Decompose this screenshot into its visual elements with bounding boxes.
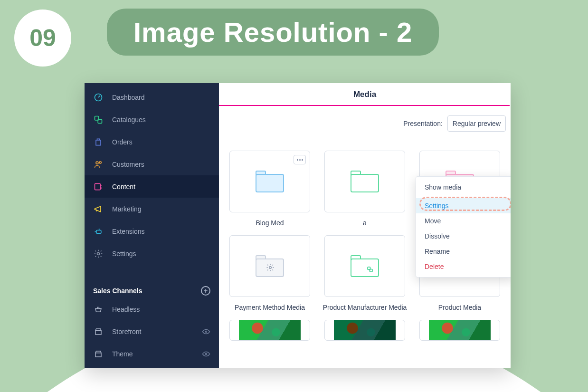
- sidebar-item-label: Content: [112, 183, 135, 191]
- sales-channels-header: Sales Channels +: [85, 284, 219, 298]
- folder-icon: [351, 171, 379, 192]
- presentation-select[interactable]: Regular preview: [447, 115, 506, 132]
- svg-point-11: [269, 267, 272, 269]
- sidebar-item-extensions[interactable]: Extensions: [85, 220, 219, 242]
- channel-label: Theme: [112, 350, 133, 358]
- thumbnail-image: [239, 320, 301, 341]
- folder-icon: [351, 255, 379, 277]
- slide-title: Image Resolution - 2: [133, 17, 412, 48]
- presentation-label: Presentation:: [403, 120, 443, 127]
- customers-icon: [93, 159, 104, 170]
- sidebar-item-label: Catalogues: [112, 116, 146, 124]
- context-menu: Show media Settings Move Dissolve Rename…: [416, 176, 511, 277]
- svg-point-7: [97, 252, 100, 255]
- presentation-value: Regular preview: [453, 120, 501, 127]
- sidebar-item-label: Customers: [112, 161, 144, 168]
- thumbnail-image: [429, 320, 491, 341]
- svg-point-9: [206, 353, 207, 354]
- svg-rect-5: [95, 183, 101, 190]
- svg-point-8: [206, 331, 207, 332]
- folder-label: Blog Med: [256, 219, 284, 227]
- sidebar: Dashboard Catalogues Orders Customers Co…: [85, 83, 219, 368]
- sidebar-item-label: Settings: [112, 250, 136, 258]
- menu-item-dissolve[interactable]: Dissolve: [416, 229, 511, 244]
- channel-theme[interactable]: Theme: [85, 343, 219, 365]
- catalogue-icon: [93, 115, 104, 125]
- folder-card[interactable]: Product Manufacturer Media: [324, 235, 405, 311]
- svg-point-3: [96, 162, 98, 164]
- orders-icon: [93, 137, 104, 147]
- app-window: Dashboard Catalogues Orders Customers Co…: [85, 83, 511, 368]
- menu-item-show-media[interactable]: Show media: [416, 180, 511, 196]
- gear-icon: [266, 263, 273, 268]
- gear-icon: [93, 249, 104, 259]
- sidebar-item-marketing[interactable]: Marketing: [85, 198, 219, 220]
- add-channel-button[interactable]: +: [201, 286, 210, 296]
- main-panel: Media Presentation: Regular preview Blog…: [219, 83, 511, 368]
- folder-label: Payment Method Media: [235, 304, 305, 311]
- sidebar-item-label: Orders: [112, 138, 133, 146]
- sidebar-item-customers[interactable]: Customers: [85, 153, 219, 175]
- slide-title-pill: Image Resolution - 2: [107, 9, 439, 56]
- sidebar-item-dashboard[interactable]: Dashboard: [85, 86, 219, 108]
- page-title: Media: [219, 83, 511, 105]
- channel-storefront[interactable]: Storefront: [85, 320, 219, 343]
- svg-rect-6: [96, 230, 101, 233]
- sidebar-item-label: Dashboard: [112, 94, 145, 101]
- channel-label: Storefront: [112, 328, 141, 335]
- folder-card[interactable]: a: [324, 151, 405, 227]
- menu-item-settings[interactable]: Settings: [416, 198, 511, 213]
- slide-number-badge: 09: [14, 10, 71, 67]
- slide-number: 09: [29, 24, 56, 52]
- toolbar: Presentation: Regular preview: [219, 106, 511, 132]
- eye-icon: [202, 328, 210, 335]
- sales-channels-label: Sales Channels: [93, 287, 142, 295]
- sidebar-item-settings[interactable]: Settings: [85, 242, 219, 265]
- svg-point-4: [99, 161, 101, 163]
- folder-label: Product Manufacturer Media: [323, 304, 407, 311]
- folder-card[interactable]: Blog Med: [229, 151, 310, 227]
- basket-icon: [93, 304, 104, 315]
- folder-label: Product Media: [438, 304, 481, 311]
- store-icon: [93, 326, 104, 337]
- store-icon: [93, 349, 104, 359]
- more-button[interactable]: [294, 155, 306, 164]
- sidebar-item-content[interactable]: Content: [85, 175, 219, 198]
- sidebar-item-label: Extensions: [112, 228, 144, 235]
- catalogue-icon: [367, 267, 373, 271]
- extensions-icon: [93, 226, 104, 237]
- media-card[interactable]: [229, 320, 310, 341]
- content-icon: [93, 182, 104, 192]
- folder-icon: [256, 171, 284, 192]
- gauge-icon: [93, 92, 104, 103]
- eye-icon: [202, 351, 210, 357]
- marketing-icon: [93, 204, 104, 214]
- sidebar-item-catalogues[interactable]: Catalogues: [85, 108, 219, 131]
- folder-label: a: [363, 219, 367, 227]
- folder-card[interactable]: Payment Method Media: [229, 235, 310, 311]
- menu-item-rename[interactable]: Rename: [416, 244, 511, 259]
- folder-icon: [256, 255, 284, 277]
- thumbnail-image: [334, 320, 396, 341]
- media-card[interactable]: [324, 320, 405, 341]
- menu-item-move[interactable]: Move: [416, 213, 511, 229]
- media-card[interactable]: [419, 320, 500, 341]
- channel-headless[interactable]: Headless: [85, 298, 219, 320]
- sidebar-item-orders[interactable]: Orders: [85, 131, 219, 153]
- sidebar-item-label: Marketing: [112, 205, 141, 213]
- channel-label: Headless: [112, 306, 140, 313]
- menu-item-label: Settings: [425, 202, 449, 210]
- menu-item-delete[interactable]: Delete: [416, 259, 511, 274]
